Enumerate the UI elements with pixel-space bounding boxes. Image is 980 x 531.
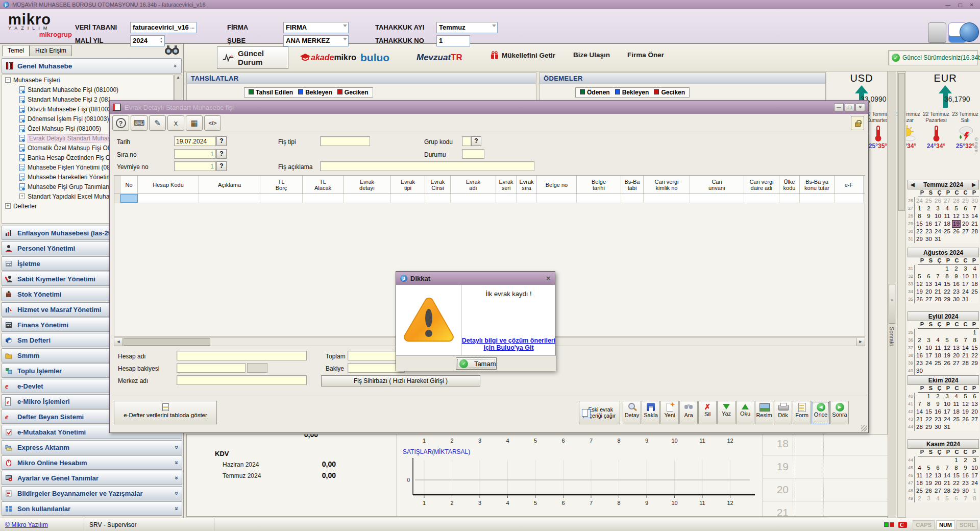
calendar-day[interactable]: 10	[934, 212, 942, 220]
calendar-day[interactable]: 14	[915, 408, 924, 416]
calendar-day[interactable]: 16	[924, 220, 933, 228]
lock-button[interactable]	[851, 116, 864, 130]
tarih-lookup-button[interactable]: ?	[216, 136, 227, 146]
table-cell[interactable]	[425, 194, 451, 203]
grid-icon[interactable]: ▦	[186, 115, 203, 131]
calendar-day[interactable]: 20	[961, 220, 970, 228]
column-header[interactable]: Cari vergi daire adı	[744, 176, 779, 194]
calendar-day[interactable]: 1	[952, 456, 961, 464]
calendar-day[interactable]: 30	[952, 296, 961, 303]
detay-button[interactable]: Detay	[623, 401, 641, 424]
edit-icon[interactable]: ✎	[149, 115, 166, 131]
table-cell[interactable]	[621, 194, 644, 203]
calendar-day[interactable]: 7	[934, 273, 942, 280]
edefter-button[interactable]: e-Defter verilerini tabloda göster	[114, 401, 217, 424]
tarih-input[interactable]: 19.07.2024	[174, 136, 216, 146]
calendar-day[interactable]	[915, 329, 924, 336]
sonraki-tab[interactable]: Sonraki	[889, 327, 895, 346]
collapse-icon[interactable]: »	[173, 64, 179, 67]
calendar-day[interactable]: 6	[952, 336, 961, 344]
calendar-day[interactable]: 28	[934, 296, 942, 303]
hesap-adi-input[interactable]	[177, 351, 307, 360]
calendar-day[interactable]: 13	[924, 280, 933, 288]
calendar-day[interactable]: 24	[924, 359, 933, 367]
calendar-day[interactable]: 14	[970, 212, 979, 220]
table-cell[interactable]	[199, 194, 260, 203]
scrollbar-thumb[interactable]	[898, 73, 905, 211]
tab-temel[interactable]: Temel	[2, 45, 30, 56]
calendar-day[interactable]: 13	[961, 212, 970, 220]
calendar-day[interactable]: 18	[934, 352, 942, 359]
calendar-day[interactable]: 2	[915, 495, 924, 502]
calendar-day[interactable]	[961, 367, 970, 375]
calendar-day[interactable]: 5	[943, 495, 951, 502]
calendar-day[interactable]: 6	[924, 273, 933, 280]
calendar-day[interactable]	[970, 367, 979, 375]
buluo-logo[interactable]: buluo	[360, 50, 389, 65]
table-row[interactable]	[114, 194, 865, 203]
calendar-day[interactable]: 29	[943, 296, 951, 303]
calendar-day[interactable]	[961, 235, 970, 243]
table-cell[interactable]	[517, 194, 537, 203]
calendar-day[interactable]: 27	[961, 228, 970, 235]
calendar-day[interactable]: 9	[934, 400, 942, 408]
calendar-day[interactable]: 16	[915, 352, 924, 359]
guncel-durum-button[interactable]: Güncel Durum	[217, 46, 288, 69]
calendar-day[interactable]: 25	[924, 197, 933, 205]
reports-icon[interactable]	[928, 22, 946, 43]
calendar-day[interactable]: 17	[961, 280, 970, 288]
sidebar-item-express-aktar-m[interactable]: Express Aktarım»	[2, 440, 182, 454]
calendar-day[interactable]	[934, 367, 942, 375]
calendar-day[interactable]: 24	[934, 228, 942, 235]
calendar-day[interactable]: 18	[943, 220, 951, 228]
calendar-day[interactable]: 13	[970, 400, 979, 408]
calendar-day[interactable]: 16	[961, 472, 970, 479]
grup-kodu-input[interactable]	[462, 136, 471, 146]
chevron-double-icon[interactable]: »	[174, 492, 181, 495]
calendar-day[interactable]: 23	[924, 228, 933, 235]
calendar-day[interactable]: 23	[952, 288, 961, 296]
calendar-day[interactable]	[943, 367, 951, 375]
calendar-day[interactable]: 25	[952, 416, 961, 423]
calendar-day[interactable]: 20	[952, 352, 961, 359]
chevron-down-icon[interactable]	[492, 25, 496, 27]
calendar-day[interactable]: 3	[924, 495, 933, 502]
calendar-day[interactable]: 27	[943, 197, 951, 205]
calendar-day[interactable]: 26	[915, 296, 924, 303]
maximize-icon[interactable]: ▢	[845, 103, 854, 111]
resim-button[interactable]: Resim	[755, 401, 773, 424]
column-header[interactable]: Evrak detayı	[344, 176, 391, 194]
calendar-day[interactable]: 4	[970, 265, 979, 273]
sira-no-input[interactable]: 1	[174, 149, 216, 159]
calendar-day[interactable]: 29	[970, 359, 979, 367]
calendar-day[interactable]: 19	[924, 479, 933, 487]
tab-hizli-erisim[interactable]: Hızlı Erişim	[30, 45, 72, 56]
calendar-day[interactable]: 14	[961, 344, 970, 352]
maximize-icon[interactable]: ▢	[958, 2, 962, 8]
calendar-day[interactable]: 3	[961, 265, 970, 273]
calendar-day[interactable]: 2	[924, 205, 933, 212]
calendar-day[interactable]: 26	[924, 487, 933, 495]
calendar-day[interactable]: 5	[915, 273, 924, 280]
calendar-day[interactable]: 9	[952, 273, 961, 280]
close-icon[interactable]: ✕	[970, 2, 974, 8]
table-cell[interactable]	[451, 194, 496, 203]
chevron-down-icon[interactable]	[343, 25, 347, 27]
tahakkuk-no-field[interactable]: 1	[436, 35, 470, 46]
calendar-day[interactable]: 31	[943, 423, 951, 431]
column-header[interactable]: Evrak sıra	[517, 176, 537, 194]
calendar-day[interactable]: 4	[934, 336, 942, 344]
calendar-day[interactable]	[943, 329, 951, 336]
calendar-day[interactable]: 23	[915, 359, 924, 367]
calendar-day[interactable]: 25	[915, 487, 924, 495]
calendar-day[interactable]: 14	[934, 280, 942, 288]
calendar-day[interactable]: 31	[934, 235, 942, 243]
merkez-adi-input[interactable]	[177, 375, 307, 385]
calendar-day[interactable]: 10	[943, 400, 951, 408]
ara-button[interactable]: Ara	[679, 401, 698, 424]
table-cell[interactable]	[391, 194, 425, 203]
calendar-day[interactable]: 21	[934, 288, 942, 296]
calendar-day[interactable]: 7	[961, 495, 970, 502]
calendar-day[interactable]: 8	[970, 495, 979, 502]
yaz-button[interactable]: Yaz	[717, 401, 736, 424]
